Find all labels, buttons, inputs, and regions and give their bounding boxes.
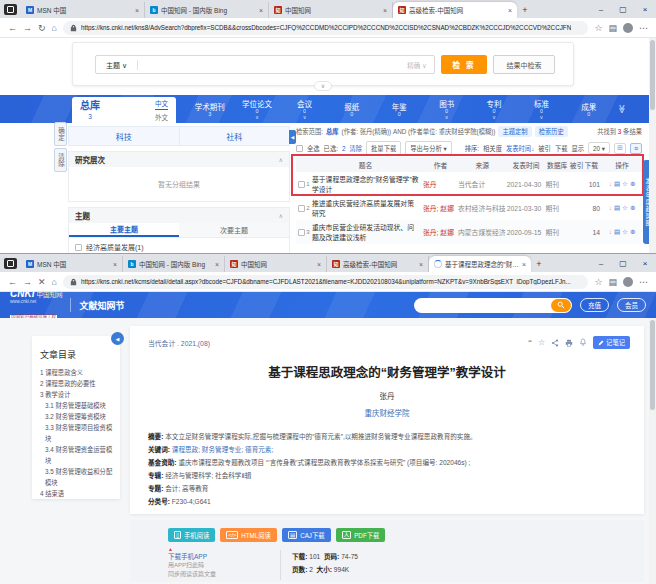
page-scrollbar[interactable] bbox=[649, 38, 656, 253]
caj-download-button[interactable]: ▤CAJ下载 bbox=[282, 528, 331, 542]
forward-icon[interactable]: → bbox=[23, 277, 32, 287]
scope-database[interactable]: 总库 bbox=[326, 127, 339, 136]
tab-msn[interactable]: M MSN 中国 × bbox=[21, 2, 145, 18]
export-analyze-button[interactable]: 导出与分析 ▾ bbox=[405, 141, 451, 155]
alert-bell-icon[interactable] bbox=[579, 338, 587, 347]
select-all-label[interactable]: 全选 bbox=[307, 144, 320, 153]
favorite-icon[interactable]: ☆ bbox=[622, 205, 628, 212]
favorite-icon[interactable]: ☆ bbox=[622, 229, 628, 236]
tab-cnki-home[interactable]: 知 中国知网 × bbox=[269, 2, 393, 18]
collections-icon[interactable]: ▤ bbox=[608, 23, 617, 33]
tab-close-icon[interactable]: × bbox=[215, 261, 219, 268]
download-icon[interactable]: ↓ bbox=[609, 205, 612, 212]
browser-menu-icon[interactable]: ⋯ bbox=[639, 23, 648, 33]
tab-actions-icon[interactable] bbox=[4, 4, 17, 15]
new-tab-button[interactable]: + bbox=[531, 259, 547, 272]
tab-bing[interactable]: b 中国知网 - 国内版 Bing × bbox=[145, 2, 269, 18]
search-input[interactable] bbox=[138, 56, 400, 73]
tab-msn[interactable]: M MSN 中国 × bbox=[21, 256, 123, 272]
back-icon[interactable]: ← bbox=[8, 277, 17, 287]
journal-issue-link[interactable]: 当代会计 . 2021,(08) bbox=[148, 338, 210, 348]
nav-more-icon[interactable]: ≫ bbox=[616, 104, 626, 113]
tab-close-icon[interactable]: × bbox=[522, 261, 526, 268]
result-title-link[interactable]: 基于课程思政理念的“财务管理学”教学设计 bbox=[312, 174, 423, 194]
print-icon[interactable] bbox=[565, 339, 573, 347]
cnki-logo[interactable]: CNKI中国知网 www.cnki.net 中国知识基础设施工程 bbox=[10, 289, 62, 321]
select-all-checkbox[interactable] bbox=[296, 145, 303, 152]
sort-relevance[interactable]: 相关度 bbox=[483, 144, 502, 153]
download-icon[interactable]: ↓ bbox=[609, 181, 612, 188]
nav-achievement[interactable]: 成果0 bbox=[565, 101, 612, 118]
toc-item[interactable]: 4 结束语 bbox=[32, 488, 120, 499]
result-title-link[interactable]: 推进重庆民营经济高质量发展对策研究 bbox=[312, 198, 423, 218]
favorite-star-icon[interactable]: ☆ bbox=[594, 23, 602, 33]
refresh-icon[interactable]: ↻ bbox=[38, 23, 46, 33]
tab-close-icon[interactable]: × bbox=[317, 261, 321, 268]
search-button[interactable]: 检 索 bbox=[441, 55, 487, 74]
nav-standard[interactable]: 标准0∨ bbox=[518, 98, 565, 120]
result-authors[interactable]: 张丹; 赵娜 bbox=[423, 227, 458, 237]
site-search-input[interactable] bbox=[414, 298, 572, 313]
stop-icon[interactable]: ✕ bbox=[38, 277, 46, 287]
tab-close-icon[interactable]: × bbox=[113, 261, 117, 268]
chevron-up-icon[interactable]: ∧ bbox=[279, 156, 283, 163]
app-download-link[interactable]: 下载手机APP bbox=[168, 552, 216, 561]
html-read-icon[interactable]: ▤ bbox=[614, 181, 620, 188]
url-input[interactable]: https://kns.cnki.net/kcms/detail/detail.… bbox=[63, 275, 588, 289]
result-authors[interactable]: 张丹; 赵娜 bbox=[423, 203, 458, 213]
browser-menu-icon[interactable]: ⋯ bbox=[639, 277, 648, 287]
clear-selection[interactable]: 清除 bbox=[349, 144, 362, 153]
close-button[interactable]: × bbox=[634, 259, 656, 268]
sort-download[interactable]: 下载 bbox=[555, 144, 568, 153]
tab-close-icon[interactable]: × bbox=[383, 7, 387, 14]
toc-item[interactable]: 3 教学设计 bbox=[32, 389, 120, 400]
tab-social[interactable]: 社科 bbox=[179, 127, 290, 145]
nav-yearbook[interactable]: 年鉴0 bbox=[376, 101, 423, 118]
row-checkbox[interactable] bbox=[298, 181, 305, 188]
html-read-button[interactable]: </>HTML阅读 bbox=[220, 528, 277, 542]
page-scrollbar[interactable] bbox=[649, 318, 656, 584]
favorite-icon[interactable]: ☆ bbox=[538, 339, 545, 347]
collections-icon[interactable]: ▤ bbox=[608, 277, 617, 287]
tab-actions-icon[interactable] bbox=[4, 258, 17, 269]
add-icon[interactable]: ⊕ bbox=[630, 229, 635, 236]
back-icon[interactable]: ← bbox=[8, 23, 17, 33]
lang-foreign-tab[interactable]: 外文 bbox=[155, 112, 168, 122]
result-authors[interactable]: 张丹 bbox=[423, 179, 458, 189]
html-read-icon[interactable]: ▤ bbox=[614, 229, 620, 236]
maximize-button[interactable]: ▢ bbox=[612, 5, 634, 14]
add-icon[interactable]: ⊕ bbox=[630, 181, 635, 188]
tab-close-icon[interactable]: × bbox=[135, 7, 139, 14]
tab-bing[interactable]: b 中国知网 - 国内版 Bing × bbox=[123, 256, 225, 272]
sub-topic-tab[interactable]: 次要主题 bbox=[179, 223, 289, 237]
nav-newspaper[interactable]: 报纸0 bbox=[328, 101, 375, 118]
total-bank-card[interactable]: 总库 3 中文 外文 bbox=[72, 97, 176, 123]
toc-item[interactable]: 1 课程思政含义 bbox=[32, 367, 120, 378]
article-affiliation[interactable]: 重庆财经学院 bbox=[130, 407, 644, 418]
search-history-button[interactable]: 检索历史 bbox=[535, 126, 568, 137]
search-field-dropdown[interactable]: 主题 ∨ bbox=[96, 60, 138, 70]
nav-book[interactable]: 图书0∨ bbox=[423, 98, 470, 120]
topic-subscribe-button[interactable]: 主题定制 bbox=[498, 126, 531, 137]
recharge-button[interactable]: 充值 bbox=[580, 298, 609, 312]
match-mode-dropdown[interactable]: 精确 ∨ bbox=[400, 60, 434, 70]
nav-thesis[interactable]: 学位论文0∨ bbox=[233, 98, 280, 120]
lang-chinese-tab[interactable]: 中文 bbox=[155, 98, 168, 110]
add-icon[interactable]: ⊕ bbox=[630, 205, 635, 212]
nav-conference[interactable]: 会议0∨ bbox=[281, 98, 328, 120]
list-view-icon[interactable]: ≡ bbox=[630, 143, 642, 154]
new-tab-button[interactable]: + bbox=[517, 5, 533, 18]
nav-patent[interactable]: 专利0∨ bbox=[470, 98, 517, 120]
quote-icon[interactable]: “ bbox=[528, 339, 532, 347]
download-icon[interactable]: ↓ bbox=[609, 229, 612, 236]
result-source[interactable]: 当代会计 bbox=[458, 179, 507, 189]
toc-collapse-icon[interactable]: ◀ bbox=[111, 332, 124, 345]
maximize-button[interactable]: ▢ bbox=[612, 259, 634, 268]
toc-item[interactable]: 3.5 财务管理收益和分配模块 bbox=[32, 466, 120, 488]
confirm-button[interactable]: 确定 bbox=[54, 122, 67, 146]
profile-avatar[interactable] bbox=[623, 23, 633, 33]
article-author[interactable]: 张丹 bbox=[130, 390, 644, 401]
pdf-download-button[interactable]: 人PDF下载 bbox=[336, 528, 386, 542]
forward-icon[interactable]: → bbox=[23, 23, 32, 33]
close-button[interactable]: × bbox=[634, 5, 656, 14]
